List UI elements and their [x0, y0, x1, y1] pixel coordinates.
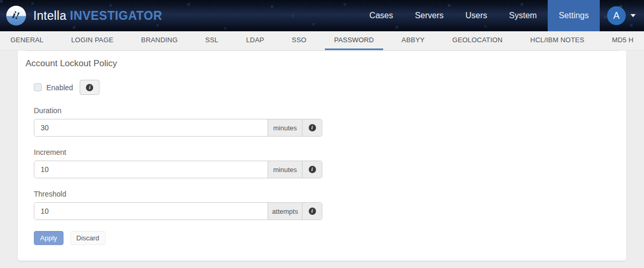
increment-label: Increment	[34, 148, 618, 156]
increment-unit-addon: minutes	[268, 161, 302, 178]
duration-input[interactable]	[34, 119, 268, 136]
caret-down-icon	[630, 14, 636, 17]
threshold-info-button[interactable]: i	[302, 203, 322, 220]
avatar[interactable]: A	[607, 6, 626, 25]
enabled-label: Enabled	[46, 83, 73, 92]
duration-label: Duration	[34, 106, 618, 115]
tab-abbyy[interactable]: ABBYY	[392, 31, 434, 50]
enabled-checkbox[interactable]	[34, 83, 42, 91]
duration-input-group: minutes i	[34, 119, 322, 137]
duration-info-button[interactable]: i	[302, 119, 322, 136]
tab-password[interactable]: PASSWORD	[325, 31, 383, 50]
brand[interactable]: i! Intella INVESTIGATOR	[0, 6, 162, 26]
tab-sso[interactable]: SSO	[283, 31, 316, 50]
duration-field: Duration minutes i	[34, 106, 618, 137]
app-header: i! Intella INVESTIGATOR Cases Servers Us…	[0, 0, 644, 31]
tab-hcl-ibm-notes[interactable]: HCL/IBM NOTES	[521, 31, 594, 50]
threshold-input[interactable]	[34, 203, 268, 220]
brand-text: Intella INVESTIGATOR	[33, 9, 162, 23]
nav-item-system[interactable]: System	[498, 0, 548, 31]
increment-field: Increment minutes i	[34, 148, 618, 178]
nav-item-servers[interactable]: Servers	[404, 0, 454, 31]
form-actions: Apply Discard	[34, 231, 618, 245]
user-menu[interactable]: A	[607, 6, 636, 25]
settings-tabbar: GENERAL LOGIN PAGE BRANDING SSL LDAP SSO…	[0, 31, 644, 51]
section-title: Account Lockout Policy	[26, 58, 618, 69]
nav-item-settings[interactable]: Settings	[548, 0, 600, 31]
threshold-label: Threshold	[34, 190, 618, 198]
intella-logo-icon: i!	[6, 6, 26, 26]
apply-button[interactable]: Apply	[34, 231, 64, 245]
increment-input-group: minutes i	[34, 161, 322, 178]
info-icon: i	[309, 208, 316, 215]
logo-glyph: i!	[11, 8, 21, 22]
nav-item-users[interactable]: Users	[454, 0, 498, 31]
info-icon: i	[309, 124, 316, 131]
tab-md5-hashes[interactable]: MD5 H	[602, 31, 642, 50]
brand-product: INVESTIGATOR	[70, 9, 162, 22]
enabled-row: Enabled i	[34, 80, 618, 95]
info-icon: i	[309, 166, 316, 173]
tab-ssl[interactable]: SSL	[196, 31, 228, 50]
main-nav: Cases Servers Users System Settings A	[359, 0, 644, 31]
password-settings-card: Account Lockout Policy Enabled i Duratio…	[18, 51, 626, 261]
increment-input[interactable]	[34, 161, 268, 178]
increment-info-button[interactable]: i	[302, 161, 322, 178]
duration-unit-addon: minutes	[268, 119, 302, 136]
brand-name: Intella	[33, 9, 66, 22]
tab-general[interactable]: GENERAL	[1, 31, 53, 50]
threshold-unit-addon: attempts	[268, 203, 302, 220]
tab-geolocation[interactable]: GEOLOCATION	[443, 31, 512, 50]
threshold-field: Threshold attempts i	[34, 190, 618, 220]
discard-button[interactable]: Discard	[70, 231, 106, 245]
info-icon: i	[86, 84, 93, 91]
tab-branding[interactable]: BRANDING	[132, 31, 187, 50]
tab-login-page[interactable]: LOGIN PAGE	[62, 31, 123, 50]
content-area: Account Lockout Policy Enabled i Duratio…	[0, 51, 644, 268]
threshold-input-group: attempts i	[34, 202, 322, 220]
enabled-info-button[interactable]: i	[80, 80, 99, 95]
section-divider	[26, 51, 618, 56]
tab-ldap[interactable]: LDAP	[237, 31, 274, 50]
nav-item-cases[interactable]: Cases	[359, 0, 404, 31]
